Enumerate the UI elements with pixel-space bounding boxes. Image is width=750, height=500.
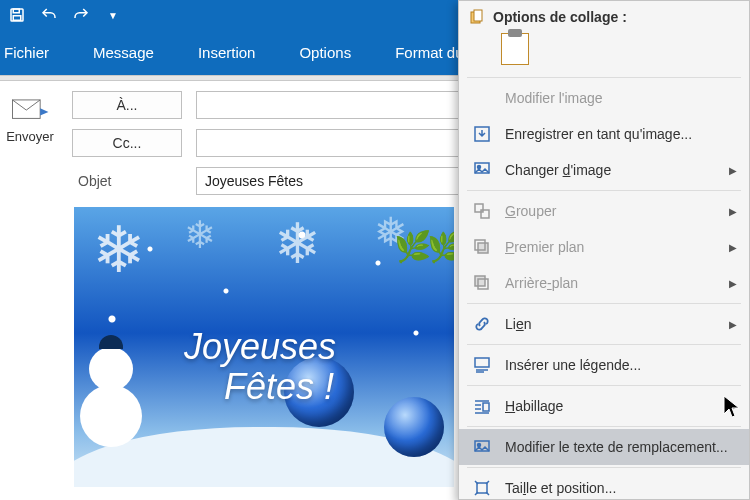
image-caption: Joyeuses Fêtes ! xyxy=(184,327,336,406)
menu-separator xyxy=(467,426,741,427)
svg-rect-10 xyxy=(481,210,489,218)
send-button-label[interactable]: Envoyer xyxy=(6,129,54,144)
menu-item-link[interactable]: Lien▶ xyxy=(459,306,749,342)
inserted-image[interactable]: ❄ ❄ ❄ ❅ 🌿🌿 Joyeuses Fêtes ! xyxy=(74,207,454,487)
menu-item-label: Taille et position... xyxy=(505,480,616,496)
menu-item-label: Premier plan xyxy=(505,239,584,255)
send-back-icon xyxy=(473,274,491,292)
paste-options-row xyxy=(459,29,749,75)
qat-dropdown-icon[interactable]: ▼ xyxy=(104,6,122,24)
cc-button[interactable]: Cc... xyxy=(72,129,182,157)
svg-rect-1 xyxy=(13,9,19,13)
menu-separator xyxy=(467,385,741,386)
menu-item-size-position[interactable]: Taille et position... xyxy=(459,470,749,500)
menu-item-label: Modifier le texte de remplacement... xyxy=(505,439,728,455)
caption-line1: Joyeuses xyxy=(184,327,336,367)
size-position-icon xyxy=(473,479,491,497)
bring-front-icon xyxy=(473,238,491,256)
save-as-image-icon xyxy=(473,125,491,143)
svg-rect-13 xyxy=(475,276,485,286)
context-menu-header: Options de collage : xyxy=(459,1,749,29)
menu-item-save-as-image[interactable]: Enregistrer en tant qu'image... xyxy=(459,116,749,152)
menu-item-label: Enregistrer en tant qu'image... xyxy=(505,126,692,142)
menu-separator xyxy=(467,344,741,345)
menu-item-insert-caption[interactable]: Insérer une légende... xyxy=(459,347,749,383)
link-icon xyxy=(473,315,491,333)
to-button[interactable]: À... xyxy=(72,91,182,119)
send-envelope-icon[interactable] xyxy=(11,99,49,123)
group-icon xyxy=(473,202,491,220)
svg-rect-9 xyxy=(475,204,483,212)
snowflake-icon: ❄ xyxy=(184,213,216,257)
menu-item-label: Modifier l'image xyxy=(505,90,603,106)
svg-rect-15 xyxy=(475,358,489,367)
wrap-icon xyxy=(473,397,491,415)
subject-label: Objet xyxy=(72,173,182,189)
svg-rect-16 xyxy=(483,403,489,411)
menu-item-label: Grouper xyxy=(505,203,556,219)
submenu-arrow-icon: ▶ xyxy=(729,206,737,217)
menu-item-modify-image: Modifier l'image xyxy=(459,80,749,116)
menu-item-label: Insérer une légende... xyxy=(505,357,641,373)
tab-message[interactable]: Message xyxy=(93,44,154,61)
submenu-arrow-icon: ▶ xyxy=(729,319,737,330)
send-column: Envoyer xyxy=(0,89,60,203)
snowflake-icon: ❄ xyxy=(274,211,321,276)
menu-item-send-back: Arrière-plan▶ xyxy=(459,265,749,301)
menu-item-wrap[interactable]: Habillage▶ xyxy=(459,388,749,424)
svg-rect-5 xyxy=(474,10,482,21)
alt-text-icon xyxy=(473,438,491,456)
save-icon[interactable] xyxy=(8,6,26,24)
submenu-arrow-icon: ▶ xyxy=(729,165,737,176)
menu-item-bring-front: Premier plan▶ xyxy=(459,229,749,265)
context-menu-header-label: Options de collage : xyxy=(493,9,627,25)
svg-rect-2 xyxy=(13,16,21,21)
undo-icon[interactable] xyxy=(40,6,58,24)
tab-insertion[interactable]: Insertion xyxy=(198,44,256,61)
menu-item-group: Grouper▶ xyxy=(459,193,749,229)
pine-branch: 🌿🌿 xyxy=(394,229,454,264)
tab-options[interactable]: Options xyxy=(299,44,351,61)
menu-item-label: Lien xyxy=(505,316,532,332)
menu-item-change-image[interactable]: Changer d'image▶ xyxy=(459,152,749,188)
tab-file[interactable]: Fichier xyxy=(4,44,49,61)
caption-line2: Fêtes ! xyxy=(184,367,336,407)
svg-rect-11 xyxy=(478,243,488,253)
mouse-cursor-icon xyxy=(722,394,742,426)
ornament xyxy=(384,397,444,457)
context-menu: Options de collage : Modifier l'imageEnr… xyxy=(458,0,750,500)
snowflake-icon: ❄ xyxy=(92,213,146,287)
menu-separator xyxy=(467,77,741,78)
menu-separator xyxy=(467,303,741,304)
menu-item-alt-text[interactable]: Modifier le texte de remplacement... xyxy=(459,429,749,465)
menu-item-label: Habillage xyxy=(505,398,563,414)
change-image-icon xyxy=(473,161,491,179)
modify-image-icon xyxy=(473,89,491,107)
submenu-arrow-icon: ▶ xyxy=(729,278,737,289)
menu-item-label: Arrière-plan xyxy=(505,275,578,291)
submenu-arrow-icon: ▶ xyxy=(729,242,737,253)
svg-rect-19 xyxy=(477,483,487,493)
redo-icon[interactable] xyxy=(72,6,90,24)
paste-keep-source-icon[interactable] xyxy=(501,33,529,65)
menu-separator xyxy=(467,467,741,468)
insert-caption-icon xyxy=(473,356,491,374)
menu-separator xyxy=(467,190,741,191)
menu-item-label: Changer d'image xyxy=(505,162,611,178)
snowman xyxy=(80,347,142,447)
